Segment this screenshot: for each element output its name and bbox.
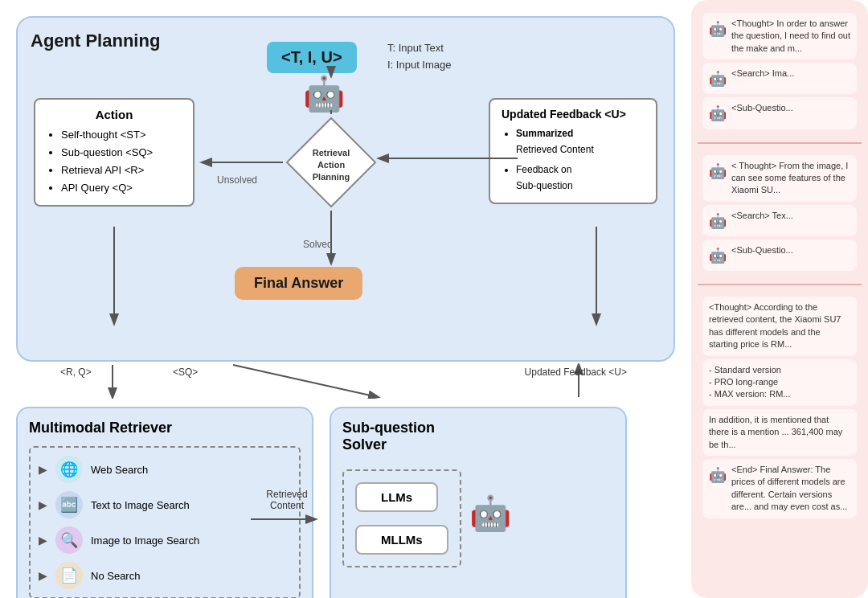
svg-text:Planning: Planning [313,172,350,182]
action-item-4: API Query <Q> [61,179,182,197]
solver-item-llm: LLMs [355,482,438,512]
solver-title: Sub-question Solver [342,420,614,453]
retrieved-arrow [251,511,323,527]
connector-row: <R, Q> <SQ> Updated Feedback <U> [16,363,675,399]
svg-text:Retrieval: Retrieval [313,148,350,158]
no-search-icon: 📄 [55,562,83,589]
solver-item-mllm: MLLMs [355,525,448,555]
final-answer-box: Final Answer [235,267,362,300]
arrow-bullet-text: ▶ [39,498,47,511]
img-search-icon: 🔍 [55,526,83,554]
retrieved-content-label: Retrieved Content [251,489,323,530]
chat-item-1-2: 🤖 <Search> Ima... [702,63,857,94]
label-solved: Solved [303,239,333,250]
text-search-icon: 🔤 [55,491,83,518]
chat-text-3-4: <End> Final Answer: The prices of differ… [731,464,850,514]
chat-text-2-3: <Sub-Questio... [731,244,793,256]
chat-item-3-4: 🤖 <End> Final Answer: The prices of diff… [702,459,857,518]
avatar-1-3: 🤖 [709,104,727,124]
tiu-input-box: <T, I, U> [267,42,357,73]
feedback-item-2: Feedback onSub-question [516,162,645,195]
agent-planning-box: Agent Planning <T, I, U> T: Input Text I… [16,16,675,362]
chat-text-1-2: <Search> Ima... [731,68,794,80]
chat-item-3-2: - Standard version - PRO long-range - MA… [702,359,857,406]
solver-items-list: LLMs MLLMs [342,469,461,567]
chat-section-1: 🤖 <Thought> In order to answer the quest… [698,8,862,134]
divider-1 [698,142,862,144]
chat-item-2-3: 🤖 <Sub-Questio... [702,240,857,271]
retriever-item-no: ▶ 📄 No Search [39,562,291,589]
chat-text-1-3: <Sub-Questio... [731,102,793,114]
diamond-shape: Retrieval Action Planning [283,114,379,211]
feedback-list: SummarizedRetrieved Content Feedback onS… [502,125,645,195]
action-box-title: Action [47,108,182,121]
retriever-item-web: ▶ 🌐 Web Search [39,456,291,483]
avatar-1-1: 🤖 [709,19,727,39]
action-item-1: Self-thought <ST> [61,126,182,144]
avatar-3-4: 🤖 [709,465,727,485]
action-item-2: Sub-question <SQ> [61,144,182,162]
retriever-item-img: ▶ 🔍 Image to Image Search [39,526,291,554]
action-box: Action Self-thought <ST> Sub-question <S… [34,98,194,207]
chat-text-2-2: <Search> Tex... [731,210,793,222]
avatar-2-1: 🤖 [709,162,727,182]
arrow-bullet-no: ▶ [39,569,47,582]
tiu-legend: T: Input Text I: Input Image [387,40,452,74]
chat-section-3: <Thought> According to the retrieved con… [698,292,862,522]
connector-rq: <R, Q> [60,367,92,378]
retriever-title: Multimodal Retriever [29,420,301,436]
chat-item-2-2: 🤖 <Search> Tex... [702,205,857,236]
chat-text-3-2: - Standard version - PRO long-range - MA… [709,364,790,401]
chat-item-2-1: 🤖 < Thought> From the image, I can see s… [702,155,857,202]
chat-text-3-1: <Thought> According to the retrieved con… [709,301,850,351]
chat-section-2: 🤖 < Thought> From the image, I can see s… [698,150,862,276]
feedback-item-1: SummarizedRetrieved Content [516,125,645,158]
solver-box: Sub-question Solver LLMs MLLMs 🤖 Retriev… [330,407,627,598]
arrow-bullet-img: ▶ [39,534,47,547]
svg-text:Action: Action [317,160,346,170]
right-panel: 🤖 <Thought> In order to answer the quest… [691,0,868,598]
no-search-label: No Search [91,570,140,582]
chat-text-2-1: < Thought> From the image, I can see som… [731,160,850,197]
chat-text-3-3: In addition, it is mentioned that there … [709,414,850,451]
web-search-icon: 🌐 [55,456,83,483]
avatar-1-2: 🤖 [709,69,727,89]
robot-top-icon: 🤖 [303,74,345,113]
label-unsolved: Unsolved [217,174,257,186]
arrow-bullet-web: ▶ [39,463,47,476]
connector-updated: Updated Feedback <U> [525,367,627,378]
agent-planning-title: Agent Planning [31,31,160,51]
solver-content: LLMs MLLMs 🤖 [342,469,614,575]
action-item-3: Retrieval API <R> [61,162,182,179]
avatar-2-3: 🤖 [709,246,727,266]
feedback-box: Updated Feedback <U> SummarizedRetrieved… [489,98,657,204]
robot-solver-icon: 🤖 [469,494,511,533]
chat-item-3-1: <Thought> According to the retrieved con… [702,297,857,356]
chat-item-1-3: 🤖 <Sub-Questio... [702,97,857,129]
chat-item-1-1: 🤖 <Thought> In order to answer the quest… [702,13,857,59]
web-search-label: Web Search [91,464,148,476]
svg-line-12 [233,365,378,397]
left-panel: Agent Planning <T, I, U> T: Input Text I… [0,0,691,598]
avatar-2-2: 🤖 [709,211,727,231]
chat-text-1-1: <Thought> In order to answer the questio… [731,18,850,55]
img-search-label: Image to Image Search [91,535,199,547]
bottom-row: Multimodal Retriever ▶ 🌐 Web Search ▶ 🔤 … [16,407,675,598]
divider-2 [698,284,862,285]
feedback-box-title: Updated Feedback <U> [502,108,645,121]
action-list: Self-thought <ST> Sub-question <SQ> Retr… [47,126,182,197]
chat-item-3-3: In addition, it is mentioned that there … [702,409,857,456]
connector-sq: <SQ> [173,367,198,378]
diamond-container: Retrieval Action Planning [283,114,379,214]
text-search-label: Text to Image Search [91,499,190,511]
